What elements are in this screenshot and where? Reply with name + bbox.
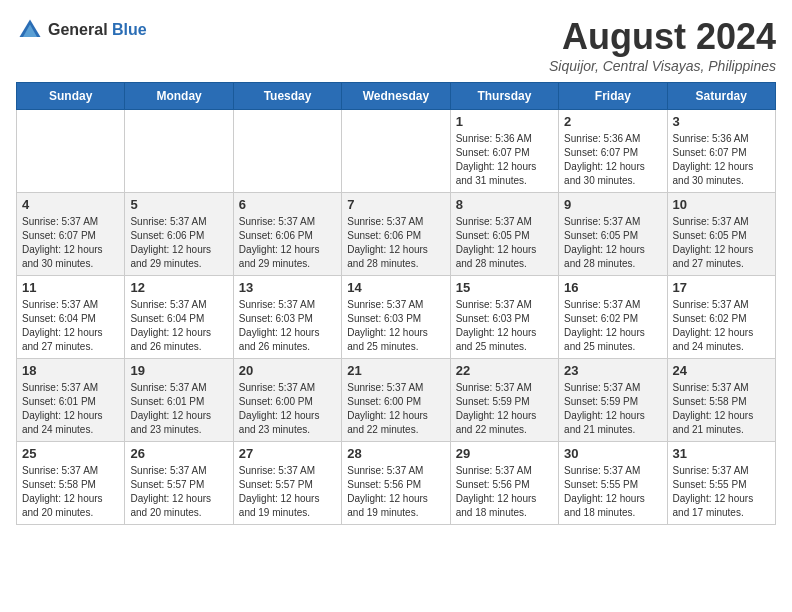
calendar-cell: 29Sunrise: 5:37 AM Sunset: 5:56 PM Dayli… xyxy=(450,442,558,525)
calendar-cell: 11Sunrise: 5:37 AM Sunset: 6:04 PM Dayli… xyxy=(17,276,125,359)
cell-info: Sunrise: 5:36 AM Sunset: 6:07 PM Dayligh… xyxy=(456,132,553,188)
cell-info: Sunrise: 5:37 AM Sunset: 6:02 PM Dayligh… xyxy=(673,298,770,354)
calendar-cell: 28Sunrise: 5:37 AM Sunset: 5:56 PM Dayli… xyxy=(342,442,450,525)
page-header: General Blue August 2024 Siquijor, Centr… xyxy=(16,16,776,74)
cell-info: Sunrise: 5:37 AM Sunset: 5:56 PM Dayligh… xyxy=(347,464,444,520)
cell-info: Sunrise: 5:37 AM Sunset: 6:06 PM Dayligh… xyxy=(239,215,336,271)
cell-info: Sunrise: 5:37 AM Sunset: 5:56 PM Dayligh… xyxy=(456,464,553,520)
cell-day-number: 4 xyxy=(22,197,119,212)
cell-info: Sunrise: 5:37 AM Sunset: 6:03 PM Dayligh… xyxy=(347,298,444,354)
calendar-cell: 13Sunrise: 5:37 AM Sunset: 6:03 PM Dayli… xyxy=(233,276,341,359)
calendar-row-1: 1Sunrise: 5:36 AM Sunset: 6:07 PM Daylig… xyxy=(17,110,776,193)
logo-blue: Blue xyxy=(112,21,147,38)
cell-day-number: 20 xyxy=(239,363,336,378)
cell-day-number: 16 xyxy=(564,280,661,295)
calendar-cell xyxy=(233,110,341,193)
cell-info: Sunrise: 5:37 AM Sunset: 6:04 PM Dayligh… xyxy=(22,298,119,354)
cell-day-number: 30 xyxy=(564,446,661,461)
cell-day-number: 2 xyxy=(564,114,661,129)
cell-day-number: 5 xyxy=(130,197,227,212)
cell-day-number: 10 xyxy=(673,197,770,212)
cell-day-number: 26 xyxy=(130,446,227,461)
cell-day-number: 11 xyxy=(22,280,119,295)
cell-day-number: 9 xyxy=(564,197,661,212)
calendar-cell: 16Sunrise: 5:37 AM Sunset: 6:02 PM Dayli… xyxy=(559,276,667,359)
cell-day-number: 21 xyxy=(347,363,444,378)
logo-general: General xyxy=(48,21,108,38)
cell-day-number: 31 xyxy=(673,446,770,461)
cell-info: Sunrise: 5:37 AM Sunset: 5:55 PM Dayligh… xyxy=(564,464,661,520)
cell-info: Sunrise: 5:37 AM Sunset: 6:02 PM Dayligh… xyxy=(564,298,661,354)
cell-day-number: 17 xyxy=(673,280,770,295)
calendar-cell: 25Sunrise: 5:37 AM Sunset: 5:58 PM Dayli… xyxy=(17,442,125,525)
header-row: SundayMondayTuesdayWednesdayThursdayFrid… xyxy=(17,83,776,110)
cell-day-number: 8 xyxy=(456,197,553,212)
cell-day-number: 19 xyxy=(130,363,227,378)
calendar-cell: 23Sunrise: 5:37 AM Sunset: 5:59 PM Dayli… xyxy=(559,359,667,442)
cell-info: Sunrise: 5:37 AM Sunset: 5:59 PM Dayligh… xyxy=(456,381,553,437)
calendar-cell: 12Sunrise: 5:37 AM Sunset: 6:04 PM Dayli… xyxy=(125,276,233,359)
cell-info: Sunrise: 5:36 AM Sunset: 6:07 PM Dayligh… xyxy=(564,132,661,188)
day-header-tuesday: Tuesday xyxy=(233,83,341,110)
day-header-wednesday: Wednesday xyxy=(342,83,450,110)
day-header-saturday: Saturday xyxy=(667,83,775,110)
logo-icon xyxy=(16,16,44,44)
calendar-cell: 17Sunrise: 5:37 AM Sunset: 6:02 PM Dayli… xyxy=(667,276,775,359)
calendar-cell xyxy=(17,110,125,193)
calendar-cell: 1Sunrise: 5:36 AM Sunset: 6:07 PM Daylig… xyxy=(450,110,558,193)
cell-day-number: 1 xyxy=(456,114,553,129)
day-header-sunday: Sunday xyxy=(17,83,125,110)
calendar-cell: 5Sunrise: 5:37 AM Sunset: 6:06 PM Daylig… xyxy=(125,193,233,276)
calendar-cell xyxy=(342,110,450,193)
calendar-cell: 10Sunrise: 5:37 AM Sunset: 6:05 PM Dayli… xyxy=(667,193,775,276)
logo: General Blue xyxy=(16,16,147,44)
cell-info: Sunrise: 5:37 AM Sunset: 6:05 PM Dayligh… xyxy=(456,215,553,271)
calendar-cell: 15Sunrise: 5:37 AM Sunset: 6:03 PM Dayli… xyxy=(450,276,558,359)
cell-info: Sunrise: 5:37 AM Sunset: 6:04 PM Dayligh… xyxy=(130,298,227,354)
cell-day-number: 24 xyxy=(673,363,770,378)
calendar-cell: 8Sunrise: 5:37 AM Sunset: 6:05 PM Daylig… xyxy=(450,193,558,276)
calendar-row-3: 11Sunrise: 5:37 AM Sunset: 6:04 PM Dayli… xyxy=(17,276,776,359)
cell-info: Sunrise: 5:37 AM Sunset: 6:06 PM Dayligh… xyxy=(130,215,227,271)
calendar-cell: 26Sunrise: 5:37 AM Sunset: 5:57 PM Dayli… xyxy=(125,442,233,525)
calendar-row-4: 18Sunrise: 5:37 AM Sunset: 6:01 PM Dayli… xyxy=(17,359,776,442)
cell-day-number: 22 xyxy=(456,363,553,378)
calendar-cell: 20Sunrise: 5:37 AM Sunset: 6:00 PM Dayli… xyxy=(233,359,341,442)
calendar-row-2: 4Sunrise: 5:37 AM Sunset: 6:07 PM Daylig… xyxy=(17,193,776,276)
calendar-cell: 9Sunrise: 5:37 AM Sunset: 6:05 PM Daylig… xyxy=(559,193,667,276)
cell-day-number: 28 xyxy=(347,446,444,461)
calendar-cell: 2Sunrise: 5:36 AM Sunset: 6:07 PM Daylig… xyxy=(559,110,667,193)
cell-day-number: 13 xyxy=(239,280,336,295)
cell-info: Sunrise: 5:37 AM Sunset: 5:57 PM Dayligh… xyxy=(130,464,227,520)
cell-info: Sunrise: 5:37 AM Sunset: 6:06 PM Dayligh… xyxy=(347,215,444,271)
cell-info: Sunrise: 5:37 AM Sunset: 5:58 PM Dayligh… xyxy=(22,464,119,520)
day-header-friday: Friday xyxy=(559,83,667,110)
main-title: August 2024 xyxy=(549,16,776,58)
cell-info: Sunrise: 5:37 AM Sunset: 6:03 PM Dayligh… xyxy=(239,298,336,354)
cell-info: Sunrise: 5:37 AM Sunset: 6:05 PM Dayligh… xyxy=(673,215,770,271)
cell-day-number: 23 xyxy=(564,363,661,378)
calendar-cell: 6Sunrise: 5:37 AM Sunset: 6:06 PM Daylig… xyxy=(233,193,341,276)
calendar-cell: 27Sunrise: 5:37 AM Sunset: 5:57 PM Dayli… xyxy=(233,442,341,525)
calendar-row-5: 25Sunrise: 5:37 AM Sunset: 5:58 PM Dayli… xyxy=(17,442,776,525)
calendar-cell: 18Sunrise: 5:37 AM Sunset: 6:01 PM Dayli… xyxy=(17,359,125,442)
calendar-cell: 22Sunrise: 5:37 AM Sunset: 5:59 PM Dayli… xyxy=(450,359,558,442)
cell-day-number: 29 xyxy=(456,446,553,461)
cell-day-number: 12 xyxy=(130,280,227,295)
cell-day-number: 18 xyxy=(22,363,119,378)
title-area: August 2024 Siquijor, Central Visayas, P… xyxy=(549,16,776,74)
cell-info: Sunrise: 5:37 AM Sunset: 6:03 PM Dayligh… xyxy=(456,298,553,354)
calendar-table: SundayMondayTuesdayWednesdayThursdayFrid… xyxy=(16,82,776,525)
calendar-cell xyxy=(125,110,233,193)
cell-day-number: 7 xyxy=(347,197,444,212)
cell-info: Sunrise: 5:37 AM Sunset: 6:00 PM Dayligh… xyxy=(347,381,444,437)
cell-info: Sunrise: 5:37 AM Sunset: 5:59 PM Dayligh… xyxy=(564,381,661,437)
cell-day-number: 15 xyxy=(456,280,553,295)
cell-info: Sunrise: 5:37 AM Sunset: 5:55 PM Dayligh… xyxy=(673,464,770,520)
day-header-thursday: Thursday xyxy=(450,83,558,110)
cell-info: Sunrise: 5:37 AM Sunset: 5:57 PM Dayligh… xyxy=(239,464,336,520)
cell-day-number: 27 xyxy=(239,446,336,461)
calendar-cell: 4Sunrise: 5:37 AM Sunset: 6:07 PM Daylig… xyxy=(17,193,125,276)
calendar-cell: 24Sunrise: 5:37 AM Sunset: 5:58 PM Dayli… xyxy=(667,359,775,442)
cell-info: Sunrise: 5:37 AM Sunset: 6:01 PM Dayligh… xyxy=(22,381,119,437)
